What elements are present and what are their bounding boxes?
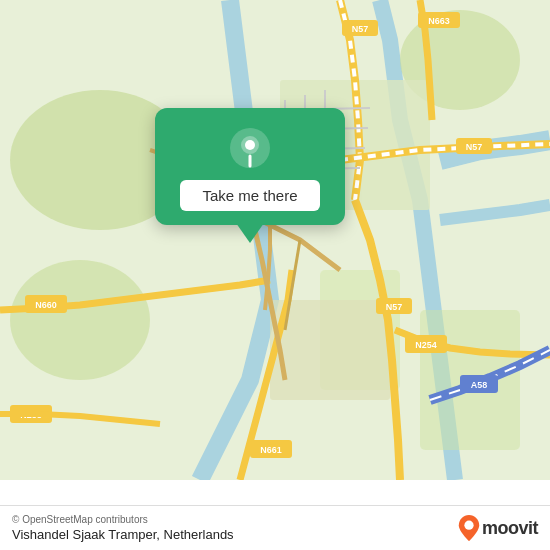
svg-text:N663: N663 bbox=[428, 16, 450, 26]
svg-text:N660: N660 bbox=[35, 300, 57, 310]
moovit-pin-icon bbox=[458, 515, 480, 541]
location-popup: Take me there bbox=[155, 108, 345, 225]
svg-text:N254: N254 bbox=[415, 340, 437, 350]
svg-text:N57: N57 bbox=[466, 142, 483, 152]
moovit-text: moovit bbox=[482, 518, 538, 539]
svg-point-36 bbox=[464, 521, 473, 530]
attribution-text: © OpenStreetMap contributors bbox=[12, 514, 234, 525]
map-background: N660 N661 N254 A58 N288 N57 N57 N57 N663 bbox=[0, 0, 550, 480]
svg-point-2 bbox=[10, 260, 150, 380]
moovit-logo: moovit bbox=[458, 515, 538, 541]
location-name: Vishandel Sjaak Tramper, Netherlands bbox=[12, 527, 234, 542]
svg-text:A58: A58 bbox=[471, 380, 488, 390]
svg-text:N661: N661 bbox=[260, 445, 282, 455]
location-pin-icon bbox=[228, 126, 272, 170]
map-container: N660 N661 N254 A58 N288 N57 N57 N57 N663 bbox=[0, 0, 550, 550]
take-me-there-button[interactable]: Take me there bbox=[180, 180, 319, 211]
bottom-bar: © OpenStreetMap contributors Vishandel S… bbox=[0, 505, 550, 550]
bottom-info: © OpenStreetMap contributors Vishandel S… bbox=[12, 514, 234, 542]
svg-point-35 bbox=[245, 140, 255, 150]
svg-text:N57: N57 bbox=[386, 302, 403, 312]
svg-text:N57: N57 bbox=[352, 24, 369, 34]
